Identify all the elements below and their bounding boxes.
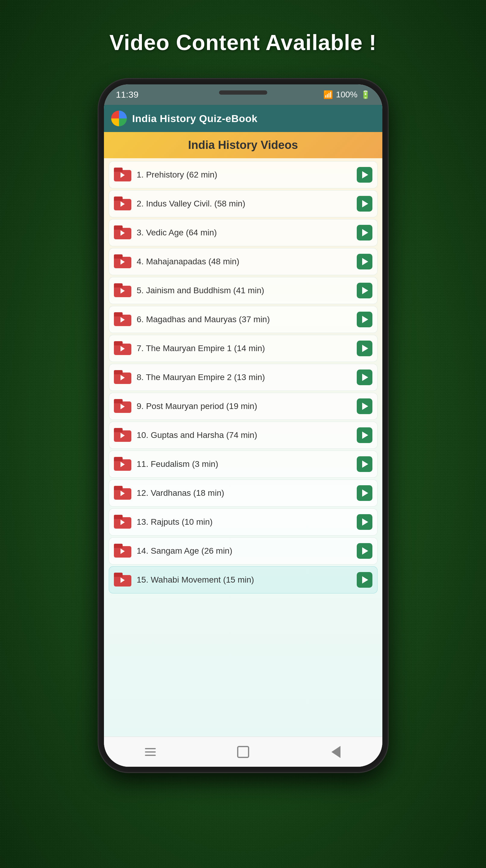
play-button[interactable] (357, 398, 372, 414)
folder-video-icon (114, 428, 131, 442)
play-button[interactable] (357, 456, 372, 472)
list-item[interactable]: 2. Indus Valley Civil. (58 min) (109, 190, 378, 217)
video-list: 1. Prehistory (62 min) 2. Indus Valley C… (104, 158, 382, 737)
video-item-label: 15. Wahabi Movement (15 min) (137, 575, 357, 585)
video-item-label: 13. Rajputs (10 min) (137, 517, 357, 527)
folder-video-icon (114, 341, 131, 355)
folder-video-icon (114, 544, 131, 558)
play-button[interactable] (357, 283, 372, 299)
phone-speaker (219, 90, 267, 95)
battery-icon: 🔋 (361, 90, 370, 99)
page-title: Video Content Available ! (109, 30, 376, 55)
list-item[interactable]: 13. Rajputs (10 min) (109, 508, 378, 535)
play-triangle-icon (362, 229, 368, 236)
play-triangle-icon (362, 432, 368, 439)
status-bar: 11:39 📶 100% 🔋 (104, 84, 382, 105)
video-item-label: 11. Feudalism (3 min) (137, 459, 357, 469)
play-triangle-icon (362, 518, 368, 526)
play-button[interactable] (357, 485, 372, 501)
play-triangle-icon (362, 461, 368, 468)
play-triangle-icon (362, 403, 368, 410)
app-header-title: India History Quiz-eBook (132, 113, 258, 124)
video-item-label: 9. Post Mauryan period (19 min) (137, 401, 357, 411)
folder-video-icon (114, 225, 131, 240)
status-time: 11:39 (116, 90, 139, 100)
play-triangle-icon (362, 345, 368, 352)
wifi-icon: 📶 (323, 90, 333, 99)
list-item[interactable]: 3. Vedic Age (64 min) (109, 219, 378, 246)
play-button[interactable] (357, 341, 372, 356)
video-item-label: 3. Vedic Age (64 min) (137, 228, 357, 238)
folder-video-icon (114, 399, 131, 413)
folder-video-icon (114, 283, 131, 298)
video-item-label: 6. Magadhas and Mauryas (37 min) (137, 315, 357, 324)
app-header: India History Quiz-eBook (104, 105, 382, 132)
phone-screen: 11:39 📶 100% 🔋 India History Quiz-eBook … (104, 84, 382, 767)
list-item[interactable]: 9. Post Mauryan period (19 min) (109, 393, 378, 420)
folder-video-icon (114, 167, 131, 182)
video-item-label: 12. Vardhanas (18 min) (137, 488, 357, 498)
list-item[interactable]: 7. The Mauryan Empire 1 (14 min) (109, 335, 378, 362)
nav-home-button[interactable] (231, 743, 255, 761)
play-button[interactable] (357, 196, 372, 212)
folder-video-icon (114, 515, 131, 529)
video-item-label: 8. The Mauryan Empire 2 (13 min) (137, 373, 357, 382)
nav-lines-icon (145, 748, 156, 756)
video-item-label: 4. Mahajanapadas (48 min) (137, 257, 357, 267)
play-triangle-icon (362, 490, 368, 497)
list-item[interactable]: 4. Mahajanapadas (48 min) (109, 248, 378, 275)
folder-video-icon (114, 457, 131, 471)
play-triangle-icon (362, 287, 368, 294)
section-header: India History Videos (104, 132, 382, 158)
list-item[interactable]: 14. Sangam Age (26 min) (109, 537, 378, 564)
phone-frame: 11:39 📶 100% 🔋 India History Quiz-eBook … (99, 79, 388, 772)
play-button[interactable] (357, 572, 372, 588)
play-triangle-icon (362, 576, 368, 584)
nav-back-button[interactable] (324, 743, 348, 761)
play-button[interactable] (357, 427, 372, 443)
folder-video-icon (114, 370, 131, 384)
list-item[interactable]: 11. Feudalism (3 min) (109, 451, 378, 478)
list-item[interactable]: 10. Guptas and Harsha (74 min) (109, 422, 378, 449)
play-button[interactable] (357, 543, 372, 559)
list-item[interactable]: 6. Magadhas and Mauryas (37 min) (109, 306, 378, 333)
play-triangle-icon (362, 316, 368, 323)
folder-video-icon (114, 486, 131, 500)
video-item-label: 10. Guptas and Harsha (74 min) (137, 430, 357, 440)
battery-indicator: 100% (336, 90, 358, 99)
play-triangle-icon (362, 374, 368, 381)
video-item-label: 2. Indus Valley Civil. (58 min) (137, 199, 357, 209)
folder-video-icon (114, 254, 131, 269)
list-item[interactable]: 5. Jainism and Buddhism (41 min) (109, 277, 378, 304)
list-item[interactable]: 1. Prehistory (62 min) (109, 161, 378, 188)
folder-video-icon (114, 572, 131, 587)
folder-video-icon (114, 312, 131, 327)
nav-bar (104, 737, 382, 767)
folder-video-icon (114, 196, 131, 211)
play-button[interactable] (357, 254, 372, 270)
play-triangle-icon (362, 547, 368, 555)
video-item-label: 7. The Mauryan Empire 1 (14 min) (137, 344, 357, 353)
nav-circle-icon (237, 746, 249, 758)
play-button[interactable] (357, 312, 372, 327)
status-icons: 📶 100% 🔋 (323, 90, 370, 99)
play-button[interactable] (357, 514, 372, 530)
list-item[interactable]: 12. Vardhanas (18 min) (109, 479, 378, 507)
nav-recent-button[interactable] (138, 743, 162, 761)
app-logo (111, 111, 127, 126)
play-button[interactable] (357, 167, 372, 183)
play-button[interactable] (357, 225, 372, 241)
play-triangle-icon (362, 258, 368, 265)
video-item-label: 5. Jainism and Buddhism (41 min) (137, 286, 357, 296)
play-triangle-icon (362, 200, 368, 207)
play-triangle-icon (362, 171, 368, 179)
nav-arrow-icon (331, 746, 341, 758)
list-item[interactable]: 8. The Mauryan Empire 2 (13 min) (109, 364, 378, 391)
video-item-label: 14. Sangam Age (26 min) (137, 546, 357, 556)
video-item-label: 1. Prehistory (62 min) (137, 170, 357, 180)
list-item[interactable]: 15. Wahabi Movement (15 min) (109, 566, 378, 593)
play-button[interactable] (357, 370, 372, 385)
